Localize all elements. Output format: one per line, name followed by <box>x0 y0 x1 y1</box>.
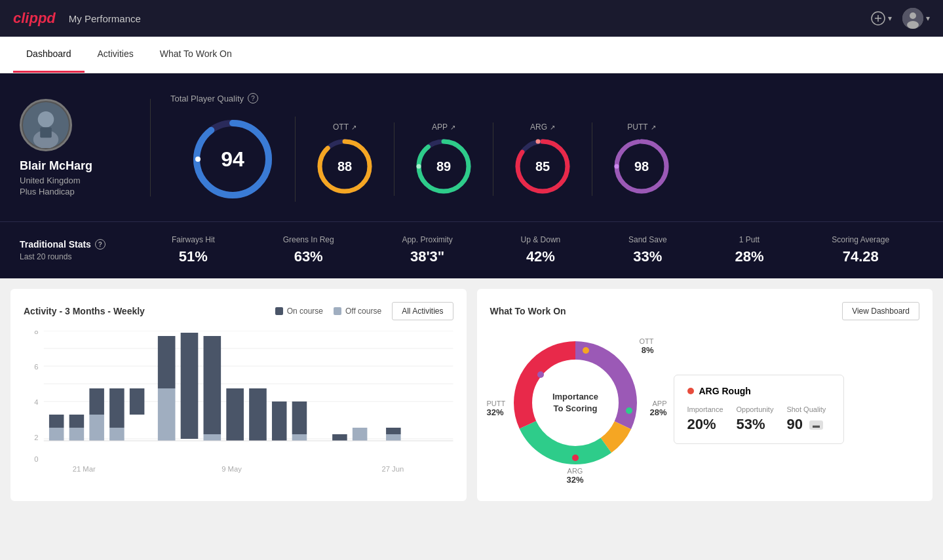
nav-item-activities[interactable]: Activities <box>85 37 147 73</box>
putt-gauge-circle: 98 <box>612 137 671 196</box>
stat-sandsave-label: Sand Save <box>628 235 667 244</box>
legend-on-course: On course <box>275 307 323 316</box>
svg-point-4 <box>910 12 916 19</box>
stat-1putt: 1 Putt 28% <box>735 235 763 265</box>
stat-proximity: App. Proximity 38'3" <box>402 235 452 265</box>
svg-text:Importance: Importance <box>552 392 598 401</box>
stat-scoring: Scoring Average 74.28 <box>832 235 889 265</box>
app-segment-label: APP 28% <box>649 400 666 417</box>
add-icon[interactable]: ▾ <box>871 11 892 26</box>
stat-fairways-label: Fairways Hit <box>172 235 215 244</box>
view-dashboard-button[interactable]: View Dashboard <box>842 302 919 320</box>
chart-legend: On course Off course <box>275 307 382 316</box>
activity-title: Activity - 3 Months - Weekly <box>24 306 145 316</box>
svg-rect-44 <box>158 388 176 441</box>
arg-segment-label: ARG 32% <box>566 467 583 485</box>
svg-text:6: 6 <box>34 363 38 371</box>
gauge-main: 94 <box>170 117 296 202</box>
svg-rect-45 <box>158 336 176 388</box>
stat-updown-value: 42% <box>521 248 561 265</box>
stat-greens-value: 63% <box>283 248 334 265</box>
svg-text:9 May: 9 May <box>221 465 242 473</box>
shot-quality-value: 90 ▬ <box>786 416 826 433</box>
app-label: APP ↗ <box>432 122 455 132</box>
svg-point-12 <box>195 157 201 162</box>
svg-rect-54 <box>332 434 347 441</box>
svg-point-71 <box>583 347 589 354</box>
trad-stats-help-icon[interactable]: ? <box>95 239 106 250</box>
ott-arrow-icon: ↗ <box>351 124 356 131</box>
wtwo-info-card: ARG Rough Importance 20% Opportunity 53%… <box>674 375 844 444</box>
svg-rect-40 <box>89 388 104 415</box>
stat-1putt-value: 28% <box>735 248 763 265</box>
svg-rect-39 <box>89 415 104 441</box>
player-info: Blair McHarg United Kingdom Plus Handica… <box>20 99 151 196</box>
svg-rect-48 <box>203 336 221 434</box>
stat-sandsave: Sand Save 33% <box>628 235 667 265</box>
svg-point-5 <box>907 21 919 29</box>
stat-scoring-value: 74.28 <box>832 248 889 265</box>
svg-rect-9 <box>40 127 52 138</box>
stat-proximity-value: 38'3" <box>402 248 452 265</box>
nav-item-dashboard[interactable]: Dashboard <box>13 37 85 73</box>
nav-item-what-to-work-on[interactable]: What To Work On <box>147 37 245 73</box>
main-gauge-circle: 94 <box>190 117 275 202</box>
stat-sandsave-value: 33% <box>628 248 667 265</box>
gauge-ott: OTT ↗ 88 <box>296 122 395 196</box>
wtwo-header: What To Work On View Dashboard <box>490 302 920 320</box>
player-country: United Kingdom <box>20 176 81 185</box>
header-title: My Performance <box>69 13 141 24</box>
stat-proximity-label: App. Proximity <box>402 235 452 244</box>
svg-point-69 <box>626 407 632 414</box>
svg-text:To Scoring: To Scoring <box>553 403 597 413</box>
putt-label: PUTT ↗ <box>627 122 655 132</box>
arg-gauge-circle: 85 <box>513 137 572 196</box>
svg-text:8: 8 <box>34 331 38 335</box>
svg-rect-42 <box>109 388 125 428</box>
card-indicator-dot <box>687 388 694 394</box>
svg-rect-52 <box>292 434 307 441</box>
svg-rect-38 <box>69 415 85 428</box>
all-activities-button[interactable]: All Activities <box>392 302 453 320</box>
svg-text:0: 0 <box>34 455 38 463</box>
tpq-help-icon[interactable]: ? <box>248 93 258 103</box>
player-name: Blair McHarg <box>20 159 92 173</box>
bottom-panels: Activity - 3 Months - Weekly On course O… <box>0 278 943 512</box>
traditional-stats: Traditional Stats ? Last 20 rounds Fairw… <box>0 221 943 278</box>
svg-point-68 <box>537 371 544 378</box>
tpq-section: Total Player Quality ? 94 <box>151 93 923 202</box>
stat-fairways: Fairways Hit 51% <box>172 235 215 265</box>
nav: Dashboard Activities What To Work On <box>0 37 943 73</box>
putt-gauge-value: 98 <box>634 159 649 174</box>
svg-text:27 Jun: 27 Jun <box>381 465 404 473</box>
activity-header: Activity - 3 Months - Weekly On course O… <box>24 302 453 320</box>
stat-fairways-value: 51% <box>172 248 215 265</box>
svg-rect-37 <box>69 428 85 441</box>
svg-rect-49 <box>226 388 244 441</box>
svg-rect-43 <box>130 388 145 415</box>
stat-greens: Greens In Reg 63% <box>283 235 334 265</box>
ott-gauge-circle: 88 <box>315 137 374 196</box>
donut-chart-container: Importance To Scoring OTT 8% <box>490 331 661 488</box>
header-left: clippd My Performance <box>13 10 141 27</box>
avatar-dropdown[interactable]: ▾ <box>902 8 930 29</box>
wtwo-card-title: ARG Rough <box>687 386 830 396</box>
svg-rect-46 <box>181 333 199 439</box>
svg-rect-47 <box>203 434 221 441</box>
chart-svg: 8 6 4 2 0 <box>24 331 453 475</box>
player-handicap: Plus Handicap <box>20 187 75 196</box>
svg-text:2: 2 <box>34 434 38 441</box>
shot-quality-badge: ▬ <box>809 420 823 430</box>
gauge-app: APP ↗ 89 <box>395 122 493 196</box>
arg-gauge-value: 85 <box>535 159 550 174</box>
stat-updown-label: Up & Down <box>521 235 561 244</box>
logo[interactable]: clippd <box>13 10 56 27</box>
trad-stats-title: Traditional Stats ? <box>20 239 138 250</box>
svg-rect-55 <box>353 428 368 441</box>
chart-controls: On course Off course All Activities <box>275 302 453 320</box>
stat-updown: Up & Down 42% <box>521 235 561 265</box>
avatar <box>20 99 72 151</box>
svg-text:21 Mar: 21 Mar <box>73 465 96 473</box>
stat-scoring-label: Scoring Average <box>832 235 889 244</box>
donut-svg: Importance To Scoring <box>503 331 647 475</box>
